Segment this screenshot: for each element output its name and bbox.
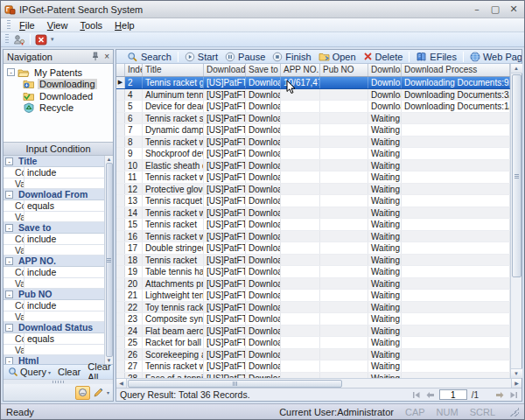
resize-grip[interactable] <box>510 408 519 416</box>
cell-title[interactable]: Tennis racket <box>143 255 204 266</box>
cell-title[interactable]: Table tennis hand <box>143 266 204 277</box>
column-header-app-no[interactable]: APP NO. <box>281 64 320 76</box>
cell-app-no[interactable] <box>281 195 320 206</box>
cell-app-no[interactable] <box>281 255 320 266</box>
cell-download-from[interactable]: [US]PatFT - I <box>204 219 246 230</box>
cell-download-process[interactable] <box>402 242 510 254</box>
group-collapse-icon[interactable]: - <box>5 191 13 199</box>
cell-index[interactable]: 26 <box>125 349 143 360</box>
delete-button[interactable]: Delete <box>360 50 407 63</box>
cell-download[interactable]: Waiting <box>368 219 402 230</box>
cell-download[interactable]: Waiting <box>368 278 402 290</box>
row-selector-cell[interactable] <box>116 124 125 136</box>
row-selector-cell[interactable] <box>116 195 125 206</box>
table-row[interactable]: 5Device for deaden[US]PatFT - IDownloadD… <box>116 101 510 113</box>
row-selector-cell[interactable] <box>116 207 125 219</box>
tree-item-recycle[interactable]: Recycle <box>7 102 113 114</box>
row-selector-cell[interactable] <box>116 231 125 242</box>
tree-label[interactable]: My Patents <box>32 67 84 78</box>
table-row[interactable]: 12Protective glove fo[US]PatFT - IDownlo… <box>116 184 510 196</box>
cell-download-process[interactable] <box>402 219 510 230</box>
cell-index[interactable]: 8 <box>125 136 143 148</box>
cell-title[interactable]: Device for deaden <box>143 101 204 112</box>
cell-download[interactable]: Waiting <box>368 290 402 301</box>
cell-index[interactable]: 27 <box>125 360 143 372</box>
cell-title[interactable]: Attachments pres <box>143 278 204 290</box>
grid-hscroll-thumb[interactable] <box>128 380 342 388</box>
cell-download[interactable]: Download <box>368 77 402 88</box>
cell-app-no[interactable]: 10/617,478 <box>281 77 320 88</box>
cell-title[interactable]: Flat beam aerodyn <box>143 326 204 337</box>
cell-pub-no[interactable] <box>320 89 368 101</box>
cell-download[interactable]: Waiting <box>368 242 402 254</box>
minimize-button[interactable]: – <box>472 4 482 15</box>
cell-download-process[interactable]: Downloading Documents:1/7 <box>402 101 510 112</box>
cell-save-to[interactable]: Download <box>246 290 281 301</box>
cell-download[interactable]: Waiting <box>368 113 402 124</box>
condition-group-title[interactable]: -Title <box>4 156 104 167</box>
cell-title[interactable]: Tennis racket <box>143 219 204 230</box>
cell-title[interactable]: Tennis racket with <box>143 231 204 242</box>
cell-save-to[interactable]: Download <box>246 148 281 159</box>
cell-download-process[interactable] <box>402 148 510 159</box>
cell-download-process[interactable] <box>402 278 510 290</box>
table-row[interactable]: 7Dynamic damper[US]PatFT - IDownloadWait… <box>116 124 510 136</box>
grid-vertical-scrollbar[interactable]: ▲ ▼ <box>510 64 522 378</box>
table-row[interactable]: ▶2Tennis racket grip[US]PatFT - IDownloa… <box>116 77 510 89</box>
cell-app-no[interactable] <box>281 360 320 372</box>
cell-title[interactable]: Tennis racquet <box>143 195 204 206</box>
row-selector-cell[interactable] <box>116 255 125 266</box>
cell-app-no[interactable] <box>281 219 320 230</box>
cell-pub-no[interactable] <box>320 101 368 112</box>
cell-download-from[interactable]: [US]PatFT - I <box>204 266 246 277</box>
cell-save-to[interactable]: Download <box>246 124 281 136</box>
cell-save-to[interactable]: Download <box>246 266 281 277</box>
cell-download-process[interactable] <box>402 326 510 337</box>
cell-download-from[interactable]: [US]PatFT - I <box>204 337 246 348</box>
customize-button[interactable] <box>75 386 90 400</box>
cell-pub-no[interactable] <box>320 207 368 219</box>
navigation-close-icon[interactable]: × <box>104 52 109 61</box>
cell-download-from[interactable]: [US]PatFT - I <box>204 184 246 195</box>
cell-download[interactable]: Waiting <box>368 337 402 348</box>
page-number-input[interactable] <box>439 389 467 400</box>
cell-download-process[interactable] <box>402 337 510 348</box>
cell-pub-no[interactable] <box>320 113 368 124</box>
cell-app-no[interactable] <box>281 278 320 290</box>
row-selector-cell[interactable] <box>116 242 125 254</box>
cell-download-from[interactable]: [US]PatFT - I <box>204 313 246 325</box>
pin-icon[interactable] <box>91 52 100 61</box>
first-page-button[interactable] <box>412 391 421 399</box>
cell-app-no[interactable] <box>281 266 320 277</box>
cell-pub-no[interactable] <box>320 290 368 301</box>
group-collapse-icon[interactable]: - <box>5 290 13 298</box>
cell-download[interactable]: Download <box>368 101 402 112</box>
cell-save-to[interactable]: Download <box>246 101 281 112</box>
cell-app-no[interactable] <box>281 160 320 172</box>
cell-pub-no[interactable] <box>320 184 368 195</box>
table-row[interactable]: 26Scorekeeping app[US]PatFT - IDownloadW… <box>116 349 510 361</box>
cell-index[interactable]: 9 <box>125 148 143 159</box>
cell-save-to[interactable]: Download <box>246 278 281 290</box>
cell-download[interactable]: Waiting <box>368 148 402 159</box>
cell-app-no[interactable] <box>281 101 320 112</box>
table-row[interactable]: 16Tennis racket with[US]PatFT - IDownloa… <box>116 231 510 243</box>
cell-title[interactable]: Composite synthe <box>143 313 204 325</box>
row-selector-cell[interactable] <box>116 266 125 277</box>
cell-download-process[interactable] <box>402 231 510 242</box>
cell-download-process[interactable] <box>402 290 510 301</box>
tree-expander-icon[interactable]: - <box>7 68 15 76</box>
condition-value-field[interactable] <box>24 212 104 222</box>
cell-download-process[interactable] <box>402 313 510 325</box>
cell-download[interactable]: Waiting <box>368 302 402 313</box>
cell-download-process[interactable]: Downloading Documents:3/7 <box>402 89 510 101</box>
cell-title[interactable]: Tennis racket with <box>143 360 204 372</box>
cell-pub-no[interactable] <box>320 172 368 183</box>
cell-save-to[interactable]: Download <box>246 360 281 372</box>
condition-group-download-from[interactable]: -Download From <box>4 189 104 200</box>
table-row[interactable]: 9Shockproof device[US]PatFT - IDownloadW… <box>116 148 510 160</box>
cell-download[interactable]: Waiting <box>368 313 402 325</box>
cell-app-no[interactable] <box>281 89 320 101</box>
cell-save-to[interactable]: Download <box>246 136 281 148</box>
cell-pub-no[interactable] <box>320 337 368 348</box>
